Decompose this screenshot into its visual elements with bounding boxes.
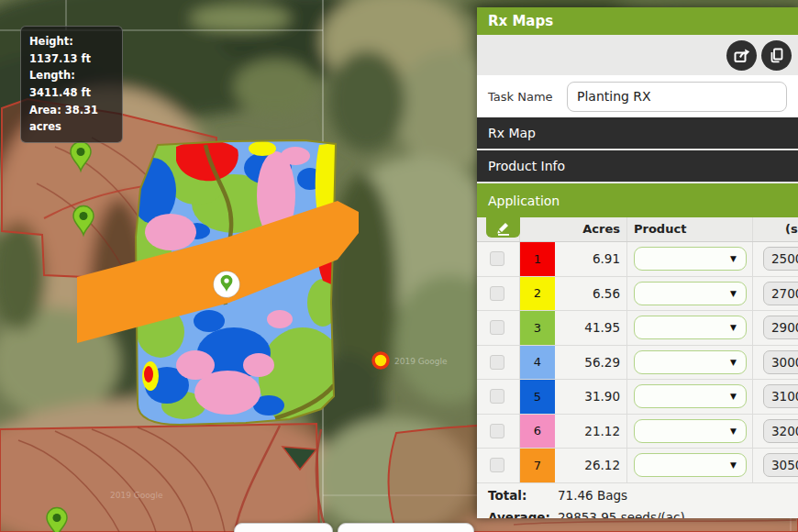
product-dropdown[interactable]: ▼ [634, 282, 747, 305]
map-watermark: 2019 Google [394, 357, 448, 366]
zone-row: 3 41.95 ▼ 29000 [477, 311, 798, 346]
task-name-label: Task Name [488, 90, 567, 104]
panel-toolbar [477, 35, 798, 75]
zone-checkbox[interactable] [490, 389, 504, 404]
zone-row: 2 6.56 ▼ 27000 [477, 277, 798, 312]
chevron-down-icon: ▼ [730, 254, 737, 263]
zone-row: 7 26.12 ▼ 30500 [477, 449, 798, 483]
acres-value: 21.12 [560, 424, 620, 438]
acres-column-header: Acres [560, 222, 620, 236]
total-row: Total: 71.46 Bags [477, 483, 798, 505]
zone-number: 6 [534, 424, 541, 438]
total-value: 71.46 Bags [558, 488, 627, 503]
chevron-down-icon: ▼ [730, 289, 737, 298]
zone-row: 5 31.90 ▼ 31000 [477, 380, 798, 415]
rate-input[interactable]: 32000 [763, 419, 798, 443]
zone-row: 6 21.12 ▼ 32000 [477, 415, 798, 449]
zone-color-cell: 4 [520, 346, 555, 380]
zone-checkbox[interactable] [490, 424, 504, 438]
zone-checkbox[interactable] [490, 320, 504, 335]
total-label: Total: [488, 488, 526, 503]
application-table: Acres Product (s 1 6.91 ▼ 25000 2 6.56 ▼… [477, 217, 798, 518]
copy-button[interactable] [761, 40, 792, 71]
pencil-icon [495, 219, 512, 236]
chevron-down-icon: ▼ [730, 427, 737, 436]
export-button[interactable] [726, 40, 757, 71]
chevron-down-icon: ▼ [730, 392, 737, 401]
acres-value: 41.95 [560, 320, 620, 335]
measurement-area: Area: 38.31 acres [29, 102, 114, 136]
rate-input[interactable]: 31000 [763, 384, 798, 408]
yellow-point-marker[interactable] [373, 353, 388, 368]
zone-number: 1 [534, 252, 541, 266]
export-icon [733, 47, 750, 64]
map-action-button-left[interactable] [234, 523, 333, 532]
acres-value: 56.29 [560, 355, 620, 370]
rx-maps-panel: Rx Maps Task Name Rx Map Product Info [477, 7, 798, 518]
zone-color-cell: 2 [520, 277, 555, 311]
measurement-length: Length: 3411.48 ft [29, 67, 114, 101]
rate-input[interactable]: 30000 [763, 350, 798, 374]
table-header: Acres Product (s [477, 217, 798, 242]
selected-field-marker[interactable] [214, 272, 240, 298]
map-watermark-2: 2019 Google [110, 491, 163, 500]
zone-color-cell: 1 [520, 242, 555, 276]
section-product-info[interactable]: Product Info [477, 150, 798, 183]
section-rx-map[interactable]: Rx Map [477, 117, 798, 150]
rate-input[interactable]: 27000 [763, 282, 798, 305]
zone-checkbox[interactable] [490, 286, 504, 301]
acres-value: 26.12 [560, 458, 620, 472]
rate-value: 25000 [771, 251, 798, 266]
task-name-input[interactable] [567, 82, 787, 112]
rate-input[interactable]: 29000 [763, 316, 798, 339]
product-dropdown[interactable]: ▼ [634, 419, 747, 443]
product-dropdown[interactable]: ▼ [634, 350, 747, 374]
rate-value: 31000 [771, 389, 798, 404]
average-row: Average: 29853.95 seeds/(ac) [477, 505, 798, 519]
task-name-row: Task Name [477, 75, 798, 117]
rate-input[interactable]: 25000 [763, 247, 798, 271]
acres-value: 31.90 [560, 389, 620, 404]
chevron-down-icon: ▼ [730, 460, 737, 470]
app-window: 2019 Google 2019 Google Height: 1137.13 … [0, 0, 798, 532]
rate-value: 32000 [771, 424, 798, 438]
rate-value: 30500 [771, 458, 798, 472]
zone-color-cell: 3 [520, 311, 555, 345]
copy-icon [768, 47, 785, 64]
average-value: 29853.95 seeds/(ac) [558, 510, 685, 519]
rate-column-header: (s [785, 222, 798, 236]
rate-value: 30000 [771, 355, 798, 370]
measurement-tooltip: Height: 1137.13 ft Length: 3411.48 ft Ar… [20, 26, 123, 143]
product-dropdown[interactable]: ▼ [634, 453, 747, 477]
zone-row: 1 6.91 ▼ 25000 [477, 242, 798, 277]
acres-value: 6.56 [560, 286, 620, 301]
product-dropdown[interactable]: ▼ [634, 247, 747, 271]
product-dropdown[interactable]: ▼ [634, 384, 747, 408]
edit-zones-button[interactable] [486, 217, 520, 238]
zone-checkbox[interactable] [490, 355, 504, 370]
rate-value: 27000 [771, 286, 798, 301]
zone-number: 3 [534, 321, 541, 335]
product-dropdown[interactable]: ▼ [634, 316, 747, 339]
average-label: Average: [488, 510, 550, 519]
table-rows: 1 6.91 ▼ 25000 2 6.56 ▼ 27000 3 41.95 ▼ … [477, 242, 798, 483]
rate-input[interactable]: 30500 [763, 453, 798, 477]
product-column-header: Product [634, 222, 686, 236]
zone-number: 5 [534, 390, 541, 404]
panel-title: Rx Maps [477, 7, 798, 35]
zone-color-cell: 5 [520, 380, 555, 414]
zone-number: 4 [534, 355, 541, 369]
zone-checkbox[interactable] [490, 458, 504, 472]
chevron-down-icon: ▼ [730, 358, 737, 367]
zone-number: 7 [534, 459, 541, 472]
zone-color-cell: 7 [520, 449, 555, 482]
map-action-button-right[interactable] [338, 523, 474, 532]
zone-row: 4 56.29 ▼ 30000 [477, 346, 798, 381]
zone-color-cell: 6 [520, 415, 555, 449]
rate-value: 29000 [771, 320, 798, 335]
section-application[interactable]: Application [477, 183, 798, 217]
chevron-down-icon: ▼ [730, 323, 737, 332]
zone-checkbox[interactable] [490, 251, 504, 266]
zone-number: 2 [534, 286, 541, 300]
acres-value: 6.91 [560, 251, 620, 266]
